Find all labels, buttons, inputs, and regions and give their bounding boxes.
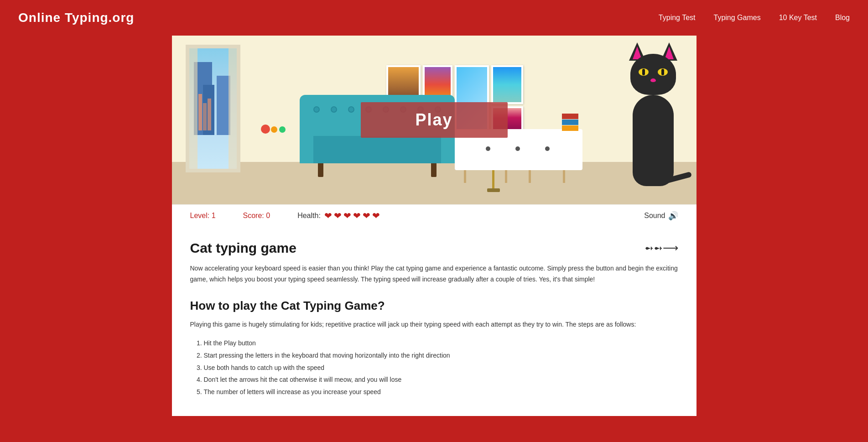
how-to-intro: Playing this game is hugely stimulating … bbox=[190, 319, 678, 330]
instruction-1: Hit the Play button bbox=[204, 337, 678, 349]
cat-eye-right bbox=[658, 68, 668, 76]
window-stripe-3 bbox=[208, 99, 211, 130]
console-dot-2 bbox=[515, 146, 520, 151]
nav-10-key-test[interactable]: 10 Key Test bbox=[779, 14, 817, 22]
level-indicator: Level: 1 bbox=[190, 212, 216, 220]
instruction-5: The number of letters will increase as y… bbox=[204, 386, 678, 398]
cat-body bbox=[633, 95, 674, 186]
sofa-leg-right bbox=[431, 163, 437, 177]
nav-blog[interactable]: Blog bbox=[835, 14, 850, 22]
score-indicator: Score: 0 bbox=[243, 212, 270, 220]
photo-ocean bbox=[491, 65, 523, 104]
book-yellow bbox=[562, 125, 578, 131]
sofa-btn-3 bbox=[348, 106, 354, 113]
content-area: Cat typing game ➻➻⟶ Now accelerating you… bbox=[172, 227, 696, 416]
circle-green bbox=[279, 126, 286, 133]
curtain-right bbox=[229, 48, 237, 172]
circle-orange bbox=[271, 126, 277, 133]
sofa-btn-1 bbox=[313, 106, 320, 113]
title-row: Cat typing game ➻➻⟶ bbox=[190, 240, 678, 256]
book-blue bbox=[562, 120, 578, 125]
sound-icon[interactable]: 🔊 bbox=[668, 211, 678, 221]
console-leg-mid-right bbox=[529, 170, 531, 183]
heart-3: ❤ bbox=[343, 210, 351, 221]
cat-eye-left bbox=[639, 68, 649, 76]
sound-label: Sound bbox=[644, 212, 665, 220]
game-description: Now accelerating your keyboard speed is … bbox=[190, 263, 678, 285]
window-stripe-2 bbox=[203, 103, 207, 130]
nav-typing-games[interactable]: Typing Games bbox=[714, 14, 761, 22]
cat-nose bbox=[650, 78, 656, 82]
window-stripe-1 bbox=[198, 94, 202, 130]
health-label: Health: bbox=[297, 212, 321, 220]
instruction-2: Start pressing the letters in the keyboa… bbox=[204, 349, 678, 362]
sofa-leg-left bbox=[318, 163, 323, 177]
site-logo[interactable]: Online Typing.org bbox=[18, 10, 134, 25]
book-red bbox=[562, 114, 578, 119]
game-canvas: Play bbox=[172, 36, 696, 204]
instruction-3: Use both hands to catch up with the spee… bbox=[204, 362, 678, 374]
console-leg-left bbox=[464, 170, 466, 183]
heart-5: ❤ bbox=[363, 210, 370, 221]
arrow-navigation[interactable]: ➻➻⟶ bbox=[645, 242, 678, 255]
console-dot-1 bbox=[486, 146, 490, 151]
window-view bbox=[189, 48, 237, 169]
sound-section: Sound 🔊 bbox=[644, 211, 678, 221]
console-dot-3 bbox=[545, 146, 550, 151]
console-legs bbox=[464, 170, 565, 183]
sofa-btn-2 bbox=[331, 106, 337, 113]
instructions-list: Hit the Play button Start pressing the l… bbox=[190, 337, 678, 398]
heart-4: ❤ bbox=[353, 210, 361, 221]
room-window bbox=[186, 45, 240, 172]
console-leg-mid-left bbox=[505, 170, 507, 183]
heart-6: ❤ bbox=[372, 210, 380, 221]
game-title: Cat typing game bbox=[190, 240, 296, 256]
nav-typing-test[interactable]: Typing Test bbox=[659, 14, 696, 22]
header: Online Typing.org Typing Test Typing Gam… bbox=[0, 0, 868, 36]
hearts-display: ❤ ❤ ❤ ❤ ❤ ❤ bbox=[324, 210, 380, 221]
play-button[interactable]: Play bbox=[360, 102, 507, 138]
cat-head bbox=[630, 54, 676, 95]
books-stack bbox=[562, 113, 578, 131]
instruction-4: Don't let the arrows hit the cat otherwi… bbox=[204, 374, 678, 386]
circle-red bbox=[261, 125, 270, 134]
main-container: Play Level: 1 Score: 0 Health: ❤ ❤ ❤ ❤ ❤… bbox=[0, 36, 868, 434]
room-background: Play bbox=[172, 36, 696, 204]
cat-eyes bbox=[639, 68, 668, 76]
game-wrapper: Play Level: 1 Score: 0 Health: ❤ ❤ ❤ ❤ ❤… bbox=[172, 36, 696, 227]
heart-2: ❤ bbox=[334, 210, 342, 221]
navigation: Typing Test Typing Games 10 Key Test Blo… bbox=[659, 14, 850, 22]
cat-character bbox=[624, 40, 683, 186]
how-to-title: How to play the Cat Typing Game? bbox=[190, 299, 678, 313]
curtain-left bbox=[189, 48, 198, 172]
console-leg-right bbox=[563, 170, 565, 183]
heart-1: ❤ bbox=[324, 210, 332, 221]
sofa-armrest-left bbox=[300, 122, 313, 163]
game-status-bar: Level: 1 Score: 0 Health: ❤ ❤ ❤ ❤ ❤ ❤ So… bbox=[172, 204, 696, 227]
lamp-base bbox=[487, 188, 500, 192]
health-section: Health: ❤ ❤ ❤ ❤ ❤ ❤ bbox=[297, 210, 380, 221]
sofa-seat bbox=[300, 136, 455, 163]
